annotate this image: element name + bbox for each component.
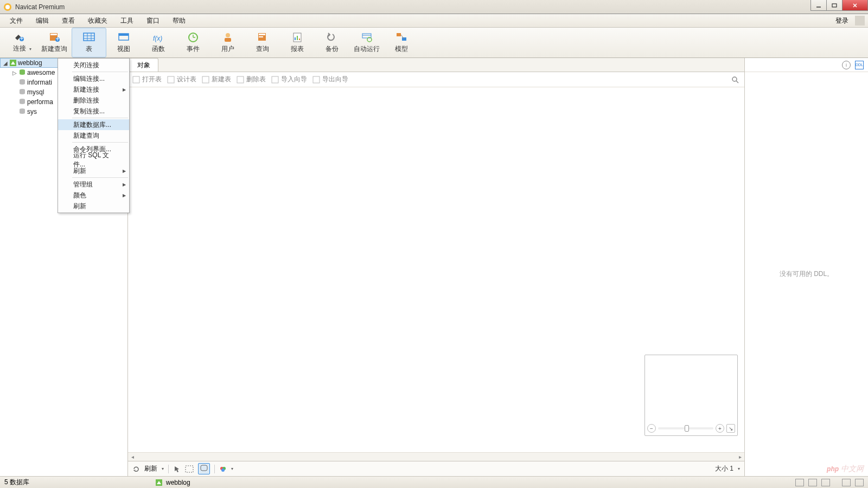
view-detail-icon[interactable]: [821, 479, 830, 486]
svg-rect-45: [168, 76, 174, 83]
menu-window[interactable]: 窗口: [140, 15, 166, 27]
view-list-icon[interactable]: [808, 479, 817, 486]
cm-manage-group[interactable]: 管理组: [58, 179, 129, 190]
info-icon[interactable]: i: [842, 61, 851, 69]
toolbar-new-query[interactable]: + 新建查询: [37, 28, 72, 57]
cm-close-connection[interactable]: 关闭连接: [58, 60, 129, 70]
main-toolbar: + 连接 + 新建查询 表 视图 f(x) 函数 事件 用户 查询 报表 备份 …: [0, 28, 868, 58]
expand-icon[interactable]: ▷: [12, 70, 17, 76]
design-table-button[interactable]: 设计表: [167, 75, 196, 84]
model-icon: [394, 31, 409, 43]
refresh-label[interactable]: 刷新: [144, 464, 157, 473]
toolbar-view[interactable]: 视图: [106, 28, 141, 57]
scroll-left-icon[interactable]: ◂: [128, 454, 137, 460]
login-link[interactable]: 登录: [831, 15, 853, 27]
zoom-out-button[interactable]: −: [647, 424, 656, 433]
bottom-toolbar: 刷新▾ ▾ 大小 1▾: [128, 461, 744, 476]
svg-text:f(x): f(x): [153, 35, 162, 42]
toolbar-model[interactable]: 模型: [384, 28, 419, 57]
menu-help[interactable]: 帮助: [166, 15, 192, 27]
toolbar-query[interactable]: 查询: [245, 28, 280, 57]
tab-objects[interactable]: 对象: [129, 58, 158, 72]
tree-connection-label: webblog: [18, 59, 42, 67]
pane-toggle-right-icon[interactable]: [855, 479, 864, 486]
object-toolbar: 打开表 设计表 新建表 删除表 导入向导 导出向导: [128, 72, 744, 87]
database-icon: [18, 88, 26, 96]
svg-point-50: [732, 77, 737, 81]
tree-db-label: informati: [27, 79, 52, 86]
color-filter-icon[interactable]: [219, 465, 227, 473]
close-button[interactable]: [842, 0, 868, 11]
svg-rect-31: [299, 38, 300, 40]
window-title: Navicat Premium: [15, 3, 65, 11]
minimap-zoom-controls: − + ↘: [647, 423, 735, 433]
collapse-icon[interactable]: ◢: [3, 60, 8, 66]
cm-new-query[interactable]: 新建查询: [58, 130, 129, 141]
fx-icon: f(x): [151, 31, 166, 43]
svg-rect-47: [237, 76, 244, 83]
menu-edit[interactable]: 编辑: [29, 15, 55, 27]
zoom-slider-thumb[interactable]: [685, 425, 689, 432]
zoom-in-button[interactable]: +: [716, 424, 724, 433]
plug-icon: +: [12, 31, 27, 43]
menu-file[interactable]: 文件: [3, 15, 29, 27]
menu-view[interactable]: 查看: [55, 15, 81, 27]
new-table-button[interactable]: 新建表: [202, 75, 231, 84]
toolbar-model-label: 模型: [395, 44, 408, 54]
toolbar-function[interactable]: f(x) 函数: [141, 28, 176, 57]
toolbar-backup[interactable]: 备份: [315, 28, 349, 57]
svg-point-23: [226, 33, 230, 37]
database-icon: [18, 98, 26, 106]
toolbar-report[interactable]: 报表: [280, 28, 315, 57]
size-label[interactable]: 大小 1: [715, 464, 733, 473]
scroll-right-icon[interactable]: ▸: [736, 454, 744, 460]
svg-rect-24: [225, 38, 231, 42]
export-wizard-button[interactable]: 导出向导: [312, 75, 348, 84]
select-rect-icon[interactable]: [185, 465, 194, 473]
svg-rect-46: [202, 76, 209, 83]
svg-text:+: +: [55, 35, 59, 43]
menu-tools[interactable]: 工具: [114, 15, 140, 27]
delete-table-button[interactable]: 删除表: [237, 75, 266, 84]
export-icon: [312, 76, 320, 84]
pane-toggle-left-icon[interactable]: [842, 479, 851, 486]
svg-line-51: [736, 81, 738, 83]
right-panel-header: i DDL: [745, 58, 868, 72]
window-controls: [811, 0, 868, 11]
view-grid-icon[interactable]: [795, 479, 804, 486]
svg-rect-53: [201, 465, 207, 471]
open-table-button[interactable]: 打开表: [132, 75, 162, 84]
import-wizard-button[interactable]: 导入向导: [271, 75, 307, 84]
horizontal-scrollbar[interactable]: ◂ ▸: [128, 452, 744, 461]
refresh-icon[interactable]: [132, 465, 140, 473]
minimize-button[interactable]: [810, 0, 827, 11]
cm-edit-connection[interactable]: 编辑连接...: [58, 73, 129, 84]
cm-run-sql-file[interactable]: 运行 SQL 文件...: [58, 155, 129, 165]
cm-new-database[interactable]: 新建数据库...: [58, 119, 129, 130]
cm-color[interactable]: 颜色: [58, 190, 129, 201]
cm-refresh-2[interactable]: 刷新: [58, 201, 129, 211]
svg-text:+: +: [20, 35, 23, 42]
title-bar: Navicat Premium: [0, 0, 868, 14]
pointer-icon[interactable]: [173, 465, 181, 473]
toolbar-autorun[interactable]: 自动运行: [349, 28, 384, 57]
new-query-icon: +: [47, 31, 62, 43]
zoom-slider[interactable]: [658, 427, 713, 429]
cm-delete-connection[interactable]: 删除连接: [58, 95, 129, 106]
cm-new-connection[interactable]: 新建连接: [58, 84, 129, 95]
zoom-fit-button[interactable]: ↘: [726, 424, 735, 433]
menu-favorites[interactable]: 收藏夹: [81, 15, 114, 27]
avatar-icon[interactable]: [855, 16, 865, 25]
ddl-icon[interactable]: DDL: [855, 61, 864, 69]
cm-refresh[interactable]: 刷新: [58, 165, 129, 176]
cm-duplicate-connection[interactable]: 复制连接...: [58, 106, 129, 117]
toolbar-event[interactable]: 事件: [176, 28, 210, 57]
toolbar-table[interactable]: 表: [72, 28, 106, 57]
svg-point-56: [221, 468, 225, 472]
toolbar-user[interactable]: 用户: [210, 28, 245, 57]
maximize-button[interactable]: [826, 0, 843, 11]
toolbar-connection[interactable]: + 连接: [2, 28, 37, 57]
search-icon[interactable]: [731, 76, 739, 84]
view-icon: [116, 31, 131, 43]
hand-tool-button[interactable]: [198, 463, 210, 474]
